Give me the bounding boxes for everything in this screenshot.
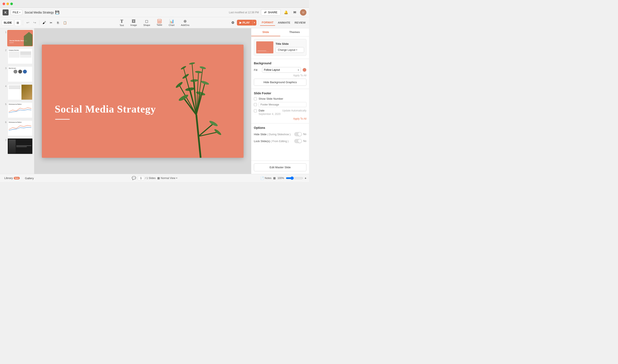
- options-section: Options Hide Slide ( During Slideshow ): [254, 126, 306, 143]
- date-checkbox[interactable]: [254, 109, 257, 112]
- hide-background-graphics-btn[interactable]: Hide Background Graphics: [254, 79, 306, 86]
- insert-table-btn[interactable]: Table: [154, 18, 165, 27]
- date-value: September 4, 2020: [259, 113, 306, 116]
- slide-footer-section: Slide Footer Show Slide Number: [254, 91, 306, 120]
- slide-5-thumb[interactable]: Performance by Platform: [7, 102, 33, 118]
- view-mode-btn[interactable]: ⊞ Normal View ▾: [157, 176, 177, 180]
- hide-slide-toggle-label: No: [303, 133, 306, 136]
- notifications-icon[interactable]: 🔔: [283, 9, 289, 16]
- svg-point-10: [178, 93, 189, 102]
- paste-btn[interactable]: 📋: [62, 20, 68, 26]
- hide-slide-sub: ( During Slideshow ): [267, 133, 290, 136]
- slide-toggle[interactable]: SLIDE: [2, 20, 14, 25]
- slide-7-thumb[interactable]: [7, 138, 33, 154]
- total-slides: / 1 Slides: [145, 177, 156, 180]
- slide-3-thumb[interactable]: Meet the team: [7, 66, 33, 82]
- main-toolbar: SLIDE ⊞ ↩ ↪ 🖌 ✂ ⎘ 📋 T Text 🖼 Image ◻ Sha…: [0, 17, 309, 28]
- date-label: Date: [259, 109, 264, 112]
- grid-view-btn[interactable]: ⊞: [14, 20, 21, 26]
- format-tab[interactable]: FORMAT: [260, 20, 275, 26]
- slide-2-thumb[interactable]: Company Overview: [7, 48, 33, 64]
- format-paint-btn[interactable]: 🖌: [41, 20, 47, 26]
- animate-tab[interactable]: ANIMATE: [276, 20, 292, 26]
- footer-message-input[interactable]: [259, 102, 306, 107]
- zoom-slider[interactable]: [286, 176, 303, 180]
- svg-rect-0: [157, 19, 161, 23]
- slide-panel: 1 Social Media Strategy 2 Company Overvi…: [0, 28, 34, 174]
- slide-2-num: 2: [4, 49, 6, 52]
- copy-btn[interactable]: ⎘: [55, 20, 61, 26]
- change-layout-button[interactable]: Change Layout ▾: [275, 47, 304, 53]
- avatar[interactable]: U: [300, 9, 306, 16]
- slide-4-num: 4: [4, 85, 6, 88]
- slide-tab[interactable]: Slide: [251, 28, 280, 36]
- app-logo: K: [2, 9, 9, 15]
- traffic-light-yellow[interactable]: [6, 2, 9, 5]
- cut-btn[interactable]: ✂: [48, 20, 54, 26]
- svg-point-31: [180, 65, 186, 70]
- color-picker[interactable]: [302, 68, 306, 72]
- follow-layout-select[interactable]: Follow Layout ▾: [262, 67, 301, 73]
- slide-1-thumb[interactable]: Social Media Strategy: [7, 30, 33, 46]
- traffic-lights: [2, 2, 13, 5]
- hide-slide-toggle[interactable]: No: [294, 132, 306, 136]
- lock-slide-toggle-label: No: [303, 140, 306, 143]
- play-button[interactable]: ▶ PLAY: [237, 20, 252, 26]
- format-panel: Slide Themes Title Slide Change Layout: [251, 28, 309, 174]
- footer-message-checkbox[interactable]: [254, 103, 257, 106]
- mail-icon[interactable]: ✉: [291, 9, 298, 16]
- show-slide-number-label: Show Slide Number: [259, 97, 283, 100]
- canvas-area: Social Media Strategy: [34, 28, 251, 174]
- slide-6-thumb[interactable]: Performance by Platform: [7, 120, 33, 136]
- notes-btn[interactable]: 📄 Notes: [260, 176, 272, 180]
- traffic-light-red[interactable]: [2, 2, 5, 5]
- insert-chart-btn[interactable]: 📊 Chart: [166, 18, 178, 27]
- view-label: Normal View: [161, 177, 175, 180]
- slide-3-num: 3: [4, 67, 6, 69]
- grid-view-icon[interactable]: ⊞: [273, 176, 276, 180]
- gallery-tab[interactable]: Gallery: [23, 175, 35, 181]
- traffic-light-green[interactable]: [10, 2, 13, 5]
- bottom-bar: Library New Gallery 💬 / 1 Slides ⊞ Norma…: [0, 174, 309, 182]
- zoom-label: 100%: [277, 177, 284, 180]
- svg-point-21: [195, 71, 202, 73]
- insert-text-btn[interactable]: T Text: [117, 18, 127, 27]
- svg-point-13: [175, 81, 183, 89]
- layout-title: Title Slide: [275, 42, 304, 45]
- chat-btn[interactable]: 💬: [132, 176, 136, 180]
- themes-tab[interactable]: Themes: [280, 28, 309, 36]
- insert-addons-btn[interactable]: ⊕ AddOns: [178, 18, 192, 27]
- file-button[interactable]: FILE ▾: [11, 10, 22, 15]
- slide-4-thumb[interactable]: [7, 84, 33, 100]
- slide-divider: [55, 119, 70, 120]
- slide-5-num: 5: [4, 103, 6, 105]
- layout-preview: Title Slide Change Layout ▾: [254, 39, 306, 56]
- lock-slide-toggle[interactable]: No: [294, 139, 306, 143]
- edit-master-slide-btn[interactable]: Edit Master Slide: [254, 163, 306, 171]
- slide-number-input[interactable]: [138, 176, 144, 180]
- play-caret[interactable]: ▾: [252, 20, 256, 26]
- slide-title: Social Media Strategy: [55, 103, 156, 115]
- doc-title: Social Media Strategy 💾: [25, 10, 59, 14]
- show-slide-number-checkbox[interactable]: [254, 97, 257, 100]
- svg-point-25: [214, 128, 222, 136]
- svg-point-19: [200, 80, 209, 85]
- share-button[interactable]: ⇄ SHARE: [261, 9, 281, 15]
- library-label: Library: [4, 176, 13, 180]
- undo-btn[interactable]: ↩: [25, 20, 31, 26]
- settings-icon[interactable]: ⚙: [230, 20, 236, 26]
- insert-image-btn[interactable]: 🖼 Image: [127, 18, 140, 27]
- slide-7-num: 7: [4, 139, 6, 142]
- plant-illustration: [158, 46, 244, 158]
- apply-to-all-orange-btn[interactable]: Apply To All: [254, 117, 306, 120]
- lock-slide-sub: ( From Editing ): [271, 140, 288, 143]
- apply-to-all-label[interactable]: Apply To All: [254, 74, 306, 77]
- slide-1-num: 1: [4, 31, 6, 33]
- insert-shape-btn[interactable]: ◻ Shape: [140, 18, 153, 27]
- layout-thumbnail: [256, 41, 273, 53]
- redo-btn[interactable]: ↪: [31, 20, 38, 26]
- background-section: Background Fill Follow Layout ▾ Apply To…: [254, 62, 306, 89]
- review-tab[interactable]: REVIEW: [293, 20, 307, 26]
- library-tab[interactable]: Library New: [2, 176, 21, 181]
- update-auto-label: Update Automatically: [282, 109, 306, 112]
